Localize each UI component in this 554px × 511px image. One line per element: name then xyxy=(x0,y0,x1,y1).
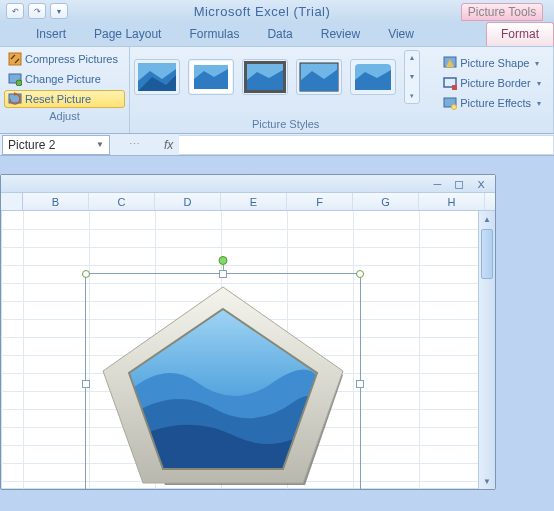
change-picture-icon xyxy=(8,72,22,86)
contextual-tab-label: Picture Tools xyxy=(461,3,543,21)
app-title: Microsoft Excel (Trial) xyxy=(68,4,456,19)
column-header[interactable]: F xyxy=(287,193,353,210)
adjust-group-label: Adjust xyxy=(4,108,125,125)
name-box-dropdown-icon[interactable]: ▼ xyxy=(96,140,104,149)
name-box[interactable]: Picture 2 ▼ xyxy=(2,135,110,155)
resize-handle-nw[interactable] xyxy=(82,270,90,278)
svg-rect-19 xyxy=(452,85,457,90)
qat-undo-button[interactable]: ↶ xyxy=(6,3,24,19)
fx-label[interactable]: fx xyxy=(158,138,179,152)
picture-styles-side-menu: Picture Shape▾ Picture Border▾ Picture E… xyxy=(437,50,549,133)
worksheet[interactable]: B C D E F G H xyxy=(1,193,495,489)
picture-object[interactable] xyxy=(95,281,351,487)
quick-access-toolbar: ↶ ↷ ▾ xyxy=(6,3,68,19)
scrollbar-thumb[interactable] xyxy=(481,229,493,279)
gallery-up-icon: ▲ xyxy=(409,54,416,61)
gallery-down-icon: ▼ xyxy=(409,73,416,80)
compress-pictures-button[interactable]: Compress Pictures xyxy=(4,50,125,68)
title-bar: ↶ ↷ ▾ Microsoft Excel (Trial) Picture To… xyxy=(0,0,554,22)
svg-point-21 xyxy=(452,105,457,110)
resize-handle-w[interactable] xyxy=(82,380,90,388)
svg-point-2 xyxy=(16,80,22,86)
select-all-button[interactable] xyxy=(1,193,23,210)
column-header[interactable]: H xyxy=(419,193,485,210)
qat-redo-button[interactable]: ↷ xyxy=(28,3,46,19)
tab-review[interactable]: Review xyxy=(307,23,374,46)
picture-effects-button[interactable]: Picture Effects▾ xyxy=(439,94,545,112)
svg-rect-0 xyxy=(9,53,21,65)
column-header[interactable]: C xyxy=(89,193,155,210)
window-close-button[interactable]: x xyxy=(477,177,485,190)
column-header[interactable]: G xyxy=(353,193,419,210)
picture-styles-group-label: Picture Styles xyxy=(134,116,437,133)
picture-styles-gallery: ▲▼▾ xyxy=(134,50,437,104)
fx-expand-icon[interactable]: ⋯ xyxy=(129,138,140,151)
dropdown-arrow-icon: ▾ xyxy=(537,99,541,108)
grid-body[interactable] xyxy=(1,211,495,489)
picture-shape-label: Picture Shape xyxy=(460,57,529,69)
ribbon: Compress Pictures Change Picture Reset P… xyxy=(0,46,554,134)
resize-handle-e[interactable] xyxy=(356,380,364,388)
column-header[interactable]: D xyxy=(155,193,221,210)
picture-style-thumb-4[interactable] xyxy=(296,59,342,95)
rotate-handle[interactable] xyxy=(219,256,228,265)
column-header[interactable]: B xyxy=(23,193,89,210)
dropdown-arrow-icon: ▾ xyxy=(535,59,539,68)
compress-icon xyxy=(8,52,22,66)
picture-effects-label: Picture Effects xyxy=(460,97,531,109)
tab-data[interactable]: Data xyxy=(253,23,306,46)
tab-format[interactable]: Format xyxy=(486,22,554,46)
name-box-value: Picture 2 xyxy=(8,138,55,152)
picture-style-thumb-2[interactable] xyxy=(188,59,234,95)
picture-shape-icon xyxy=(443,56,457,70)
ribbon-tab-row: Insert Page Layout Formulas Data Review … xyxy=(0,22,554,46)
picture-shape-button[interactable]: Picture Shape▾ xyxy=(439,54,545,72)
scroll-down-icon[interactable]: ▼ xyxy=(479,473,495,489)
picture-border-label: Picture Border xyxy=(460,77,530,89)
reset-picture-label: Reset Picture xyxy=(25,93,91,105)
vertical-scrollbar[interactable]: ▲ ▼ xyxy=(478,211,495,489)
change-picture-label: Change Picture xyxy=(25,73,101,85)
tab-formulas[interactable]: Formulas xyxy=(175,23,253,46)
resize-handle-ne[interactable] xyxy=(356,270,364,278)
picture-border-button[interactable]: Picture Border▾ xyxy=(439,74,545,92)
gallery-scroll-buttons[interactable]: ▲▼▾ xyxy=(404,50,420,104)
formula-bar-buttons: ⋯ xyxy=(110,138,158,151)
column-header-row: B C D E F G H xyxy=(1,193,495,211)
ribbon-group-adjust: Compress Pictures Change Picture Reset P… xyxy=(0,47,130,133)
tab-page-layout[interactable]: Page Layout xyxy=(80,23,175,46)
picture-style-thumb-1[interactable] xyxy=(134,59,180,95)
workbook-window-titlebar: – □ x xyxy=(1,175,495,193)
window-maximize-button[interactable]: □ xyxy=(455,177,463,190)
picture-border-icon xyxy=(443,76,457,90)
window-minimize-button[interactable]: – xyxy=(434,177,442,190)
picture-style-thumb-3[interactable] xyxy=(242,59,288,95)
reset-picture-button[interactable]: Reset Picture xyxy=(4,90,125,108)
contextual-tab-wrap: Picture Tools xyxy=(456,2,548,21)
tab-view[interactable]: View xyxy=(374,23,428,46)
reset-picture-icon xyxy=(8,92,22,106)
compress-pictures-label: Compress Pictures xyxy=(25,53,118,65)
picture-effects-icon xyxy=(443,96,457,110)
tab-insert[interactable]: Insert xyxy=(22,23,80,46)
picture-style-thumb-5[interactable] xyxy=(350,59,396,95)
gallery-more-icon: ▾ xyxy=(410,92,414,100)
resize-handle-n[interactable] xyxy=(219,270,227,278)
formula-bar-row: Picture 2 ▼ ⋯ fx xyxy=(0,134,554,156)
column-header[interactable]: E xyxy=(221,193,287,210)
change-picture-button[interactable]: Change Picture xyxy=(4,70,125,88)
scroll-up-icon[interactable]: ▲ xyxy=(479,211,495,227)
workbook-window: – □ x B C D E F G H xyxy=(0,174,496,490)
ribbon-group-picture-styles: ▲▼▾ Picture Styles Picture Shape▾ Pictur… xyxy=(130,47,554,133)
dropdown-arrow-icon: ▾ xyxy=(537,79,541,88)
workbook-area: – □ x B C D E F G H xyxy=(0,156,554,174)
qat-customize-button[interactable]: ▾ xyxy=(50,3,68,19)
formula-bar-input[interactable] xyxy=(179,135,554,155)
